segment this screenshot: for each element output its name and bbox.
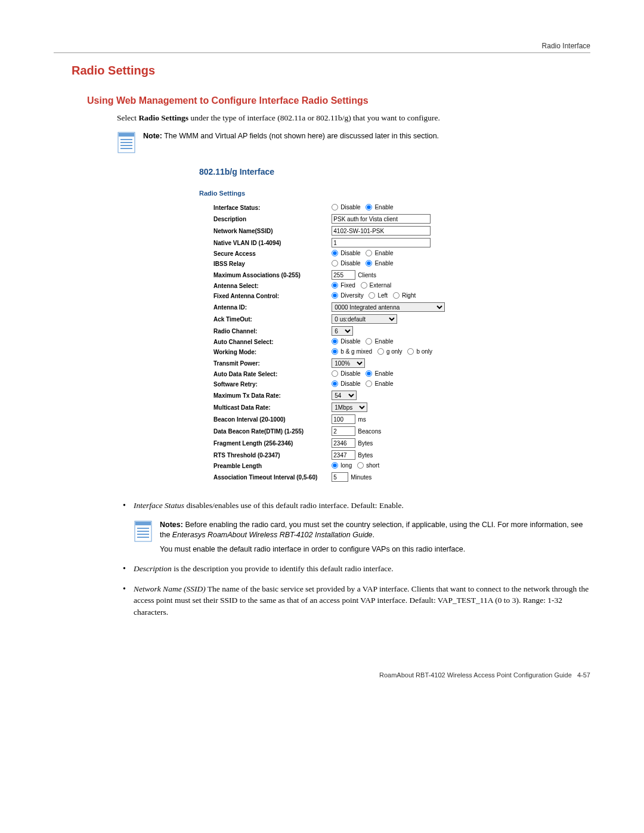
bullets-2: Description is the description you provi… — [117, 563, 590, 618]
input-vlan[interactable] — [332, 238, 431, 247]
label-swretry: Software Retry: — [199, 379, 329, 389]
label-vlan: Native VLAN ID (1-4094) — [199, 237, 329, 249]
bullet-ssid: Network Name (SSID) The name of the basi… — [117, 583, 590, 618]
label-ssid: Network Name(SSID) — [199, 225, 329, 237]
select-ack[interactable]: 0 us:default — [332, 314, 397, 324]
label-interface-status: Interface Status: — [199, 203, 329, 213]
radio-autoch-disable[interactable]: Disable — [332, 338, 360, 345]
label-maxtx: Maximum Tx Data Rate: — [199, 389, 329, 401]
input-beacon[interactable] — [332, 414, 355, 424]
input-maxassoc[interactable] — [332, 270, 355, 280]
radio-fixant-left[interactable]: Left — [369, 292, 388, 299]
note-block: Note: The WMM and Virtual AP fields (not… — [117, 131, 590, 154]
settings-table: Interface Status: Disable Enable Descrip… — [199, 203, 447, 483]
radio-ibss-disable[interactable]: Disable — [332, 260, 360, 267]
bullets: Interface Status disables/enables use of… — [117, 500, 590, 512]
select-antid[interactable]: 0000 Integrated antenna — [332, 302, 445, 312]
label-assoc-timeout: Association Timeout Interval (0,5-60) — [199, 471, 329, 483]
input-dtim[interactable] — [332, 426, 355, 436]
label-antid: Antenna ID: — [199, 301, 329, 313]
input-description[interactable] — [332, 214, 431, 224]
svg-rect-7 — [135, 522, 151, 525]
label-preamble: Preamble Length — [199, 461, 329, 471]
intro-paragraph: Select Radio Settings under the type of … — [117, 113, 590, 123]
radio-wmode-b[interactable]: b only — [407, 348, 432, 355]
radio-preamble-long[interactable]: long — [332, 462, 352, 469]
select-mcast[interactable]: 1Mbps — [332, 402, 367, 412]
label-txpower: Transmit Power: — [199, 357, 329, 369]
radio-preamble-short[interactable]: short — [357, 462, 379, 469]
panel-section: Radio Settings — [199, 190, 590, 197]
label-mcast: Multicast Data Rate: — [199, 401, 329, 413]
label-antsel: Antenna Select: — [199, 281, 329, 291]
notes-block: Notes: Before enabling the radio card, y… — [134, 520, 590, 555]
radio-fixant-right[interactable]: Right — [393, 292, 416, 299]
panel-title: 802.11b/g Interface — [199, 167, 590, 176]
radio-ant-fixed[interactable]: Fixed — [332, 282, 355, 289]
select-channel[interactable]: 6 — [332, 326, 353, 336]
bullet-interface-status: Interface Status disables/enables use of… — [117, 500, 590, 512]
radio-wmode-bg[interactable]: b & g mixed — [332, 348, 372, 355]
label-channel: Radio Channel: — [199, 325, 329, 337]
label-rts: RTS Threshold (0-2347) — [199, 449, 329, 461]
radio-secure-disable[interactable]: Disable — [332, 250, 360, 256]
label-description: Description — [199, 213, 329, 225]
top-rule — [54, 52, 590, 53]
note-icon — [134, 520, 154, 543]
radio-autorate-enable[interactable]: Enable — [366, 370, 393, 377]
label-frag: Fragment Length (256-2346) — [199, 437, 329, 449]
label-wmode: Working Mode: — [199, 347, 329, 357]
label-autorate: Auto Data Rate Select: — [199, 369, 329, 379]
input-rts[interactable] — [332, 450, 355, 460]
input-assoc-timeout[interactable] — [332, 472, 348, 482]
label-ibss: IBSS Relay — [199, 259, 329, 269]
radio-autoch-enable[interactable]: Enable — [366, 338, 393, 345]
select-maxtx[interactable]: 54 — [332, 391, 357, 400]
label-beacon: Beacon Interval (20-1000) — [199, 413, 329, 425]
label-fixant: Fixed Antenna Control: — [199, 291, 329, 301]
radio-iface-enable[interactable]: Enable — [366, 204, 393, 210]
radio-iface-disable[interactable]: Disable — [332, 204, 360, 210]
radio-wmode-g[interactable]: g only — [377, 348, 402, 355]
config-panel: 802.11b/g Interface Radio Settings Inter… — [199, 167, 590, 483]
radio-ant-external[interactable]: External — [361, 282, 392, 289]
radio-fixant-div[interactable]: Diversity — [332, 292, 363, 299]
radio-swretry-enable[interactable]: Enable — [366, 380, 393, 387]
input-frag[interactable] — [332, 438, 355, 448]
notes-text: Notes: Before enabling the radio card, y… — [160, 520, 590, 555]
radio-autorate-disable[interactable]: Disable — [332, 370, 360, 377]
svg-rect-1 — [119, 133, 134, 137]
section-heading: Using Web Management to Configure Interf… — [87, 95, 590, 106]
label-maxassoc: Maximum Associations (0-255) — [199, 269, 329, 281]
note-icon — [117, 131, 137, 154]
footer: RoamAbout RBT-4102 Wireless Access Point… — [54, 671, 590, 679]
radio-swretry-disable[interactable]: Disable — [332, 380, 360, 387]
note-text: Note: The WMM and Virtual AP fields (not… — [143, 131, 439, 142]
label-autoch: Auto Channel Select: — [199, 337, 329, 347]
label-ack: Ack TimeOut: — [199, 313, 329, 325]
input-ssid[interactable] — [332, 226, 431, 236]
label-secure: Secure Access — [199, 249, 329, 259]
page-title: Radio Settings — [72, 64, 590, 78]
bullet-description: Description is the description you provi… — [117, 563, 590, 575]
header-right: Radio Interface — [54, 42, 590, 50]
radio-ibss-enable[interactable]: Enable — [366, 260, 393, 267]
label-dtim: Data Beacon Rate(DTIM) (1-255) — [199, 425, 329, 437]
select-txpower[interactable]: 100% — [332, 358, 365, 368]
radio-secure-enable[interactable]: Enable — [366, 250, 393, 256]
